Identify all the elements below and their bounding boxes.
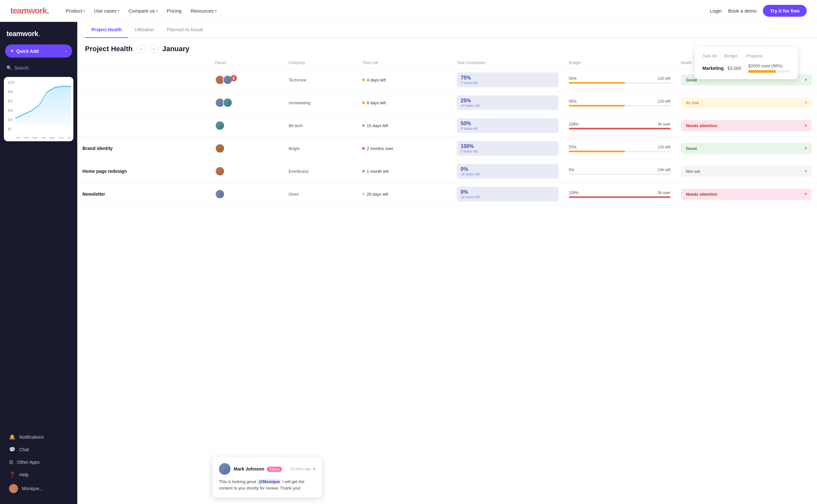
apps-icon: ⊞ — [9, 459, 13, 465]
project-name: Newsletter — [82, 191, 105, 197]
completion-percent: 0% — [461, 166, 555, 172]
comment-header: Mark Johnson Client 10 mins ago — [219, 463, 315, 475]
owner-avatars — [215, 98, 278, 107]
budget-cell: 55%11h left — [569, 145, 671, 152]
chevron-right-icon: › — [66, 49, 67, 53]
tasks-remaining: 14 tasks left — [461, 104, 555, 107]
tasks-remaining: 16 tasks left — [461, 195, 555, 199]
commenter-avatar — [219, 463, 230, 475]
health-label: Good — [686, 146, 697, 151]
sidebar-item-chat[interactable]: 💬 Chat — [3, 443, 75, 456]
time-left: 4 days left — [362, 78, 446, 82]
health-badge[interactable]: Good▾ — [681, 143, 812, 154]
budget-progress-fill — [748, 70, 775, 73]
book-demo-link[interactable]: Book a demo — [728, 8, 756, 14]
project-name: Home page redesign — [82, 169, 127, 174]
revenue-chart: $10k $8k $6k $4k $2k $0 — [4, 77, 73, 141]
avatar — [215, 121, 225, 130]
budget-hours: 11h left — [658, 99, 670, 104]
health-badge[interactable]: Needs attention▾ — [681, 189, 812, 200]
health-badge[interactable]: Not set▾ — [681, 166, 812, 177]
logo: teamwork. — [10, 6, 49, 16]
table-row: mmarketing8 days left25%14 tasks left55%… — [77, 91, 817, 114]
try-free-button[interactable]: Try it for free — [763, 5, 807, 17]
client-badge: Client — [267, 467, 282, 472]
time-left: 2 months over — [362, 146, 446, 151]
top-navigation: teamwork. Product ▾ Use cases ▾ Compare … — [0, 0, 817, 22]
mention: @Monique — [257, 479, 281, 484]
time-dot — [362, 101, 365, 104]
budget-cell: 0%24h left — [569, 168, 671, 175]
table-row: NewsletterOmni20 days left0%16 tasks lef… — [77, 183, 817, 206]
task-completion: 0%16 tasks left — [457, 187, 559, 201]
company-name: Techcove — [289, 78, 306, 82]
tab-project-health[interactable]: Project Health — [85, 22, 128, 38]
budget-fill — [569, 151, 625, 152]
col-time-left: Time Left — [357, 57, 452, 69]
nav-use-cases[interactable]: Use cases ▾ — [94, 8, 119, 14]
nav-pricing[interactable]: Pricing — [167, 8, 182, 14]
sidebar-search[interactable]: 🔍 Search — [0, 63, 77, 73]
budget-hours: 11h left — [658, 76, 670, 81]
budget-progress-bar — [748, 70, 790, 73]
budget-percent: 55% — [569, 76, 577, 81]
sidebar-item-other-apps[interactable]: ⊞ Other Apps — [3, 456, 75, 468]
nav-resources[interactable]: Resources ▾ — [191, 8, 217, 14]
tasks-remaining: 7 tasks left — [461, 81, 555, 85]
chevron-down-icon: ▾ — [805, 146, 807, 151]
budget-cell: 109%3h over — [569, 122, 671, 129]
budget-fill — [569, 82, 625, 84]
sidebar-item-help[interactable]: ❓ Help — [3, 468, 75, 481]
completion-percent: 0% — [461, 189, 555, 195]
health-badge[interactable]: Needs attention▾ — [681, 120, 812, 131]
comment-time: 10 mins ago — [290, 467, 315, 471]
content-tabs: Project Health Utilization Planned vs Ac… — [77, 22, 817, 38]
budget-popup-header: Task list Budget Progress — [702, 53, 790, 58]
task-completion: 50%8 tasks left — [457, 118, 559, 133]
health-label: Needs attention — [686, 123, 718, 128]
task-badge: 8 — [230, 75, 237, 81]
prev-month-button[interactable]: ‹ — [136, 44, 146, 53]
completion-percent: 100% — [461, 144, 555, 149]
owner-avatars: 8 — [215, 75, 278, 85]
owner-avatars — [215, 144, 278, 153]
unread-dot — [313, 468, 315, 470]
next-month-button[interactable]: › — [149, 44, 158, 53]
budget-fill — [569, 105, 625, 107]
budget-bar — [569, 82, 671, 84]
nav-compare[interactable]: Compare us ▾ — [128, 8, 158, 14]
budget-cell: 55%11h left — [569, 76, 671, 84]
nav-right: Login Book a demo Try it for free — [710, 5, 807, 17]
budget-bar — [569, 196, 671, 198]
time-dot — [362, 147, 365, 150]
time-dot — [362, 124, 365, 127]
tab-planned-vs-actual[interactable]: Planned vs Actual — [161, 22, 209, 38]
col-task-completion: Task Completion — [452, 57, 564, 69]
help-icon: ❓ — [9, 471, 15, 478]
chevron-down-icon: ▾ — [805, 192, 807, 196]
company-name: EverBrand — [289, 169, 308, 174]
budget-fill — [569, 128, 671, 129]
budget-bar — [569, 151, 671, 152]
budget-bar — [569, 105, 671, 107]
page-title: Project Health — [85, 45, 133, 53]
completion-percent: 25% — [461, 98, 555, 104]
comment-body: This is looking great @Monique I will ge… — [219, 479, 315, 491]
time-left: 15 days left — [362, 123, 446, 128]
budget-popup-row: Marketing $3,000 $2000 used (66%) — [702, 63, 790, 73]
budget-percent: 0% — [569, 168, 574, 172]
nav-product[interactable]: Product ▾ — [66, 8, 85, 14]
time-left: 20 days left — [362, 192, 446, 197]
health-badge[interactable]: At risk▾ — [681, 97, 812, 108]
nav-items: Product ▾ Use cases ▾ Compare us ▾ Prici… — [66, 8, 217, 14]
chevron-down-icon: ▾ — [215, 9, 217, 13]
quick-add-button[interactable]: + Quick Add › — [5, 44, 72, 58]
tab-utilization[interactable]: Utilization — [128, 22, 161, 38]
main-layout: teamwork. + Quick Add › 🔍 Search $10k $8… — [0, 0, 817, 504]
sidebar-item-notifications[interactable]: 🔔 Notifications — [3, 431, 75, 443]
sidebar-item-user[interactable]: Monique... — [3, 481, 75, 496]
avatar — [215, 189, 225, 199]
login-link[interactable]: Login — [710, 8, 722, 14]
sidebar-logo: teamwork. — [0, 30, 77, 44]
task-completion: 25%14 tasks left — [457, 95, 559, 110]
